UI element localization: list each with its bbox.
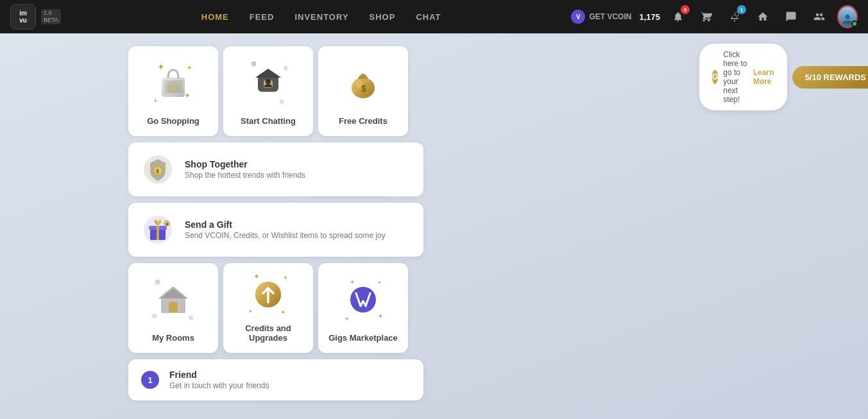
my-rooms-card[interactable]: ⚙ ⚙ ⚙ My Rooms — [128, 263, 218, 353]
svg-point-29 — [350, 287, 376, 312]
svg-point-0 — [845, 15, 849, 19]
send-gift-icon: ★ — [141, 213, 174, 246]
cart-btn[interactable] — [696, 6, 717, 27]
shop-together-title: Shop Together — [185, 159, 305, 169]
top-card-grid: ✦ ✦ ✦ ✦ — [128, 46, 423, 136]
nav-links: HOME FEED INVENTORY SHOP CHAT — [71, 12, 572, 22]
nav-feed[interactable]: FEED — [250, 12, 275, 22]
nav-home[interactable]: HOME — [201, 12, 229, 22]
send-gift-text: Send a Gift Send VCOIN, Credits, or Wish… — [185, 219, 386, 240]
friend-title: Friend — [169, 370, 269, 380]
nav-chat[interactable]: CHAT — [416, 12, 441, 22]
shop-together-text: Shop Together Shop the hottest trends wi… — [185, 159, 305, 180]
vcoin-balance: 1,175 — [639, 12, 660, 22]
credits-upgrades-label: Credits and Upgrades — [228, 323, 308, 343]
alerts-btn[interactable]: 1 — [724, 6, 745, 27]
send-gift-title: Send a Gift — [185, 219, 386, 230]
svg-point-4 — [167, 81, 180, 94]
go-shopping-icon: ✦ ✦ ✦ ✦ — [151, 60, 196, 105]
avatar-btn[interactable] — [837, 6, 858, 27]
start-chatting-label: Start Chatting — [241, 116, 296, 126]
free-credits-icon: $ — [341, 60, 386, 105]
bottom-card-grid: ⚙ ⚙ ⚙ My Rooms — [128, 263, 423, 353]
my-rooms-icon: ⚙ ⚙ ⚙ — [151, 277, 196, 322]
reward-learn-more[interactable]: Learn More — [753, 68, 774, 86]
friend-text: Friend Get in touch with your friends — [169, 370, 269, 390]
credits-upgrades-icon: ✦ ✦ ✦ ✦ — [246, 272, 291, 317]
left-panel: ✦ ✦ ✦ ✦ — [0, 33, 436, 419]
reward-g-icon: G — [712, 70, 718, 84]
friend-row[interactable]: 1 Friend Get in touch with your friends — [128, 359, 423, 400]
my-rooms-label: My Rooms — [152, 333, 194, 343]
navbar: imvu 2.0BETA HOME FEED INVENTORY SHOP CH… — [0, 0, 868, 33]
svg-point-26 — [171, 302, 176, 307]
svg-point-8 — [266, 79, 271, 84]
nav-shop[interactable]: SHOP — [370, 12, 396, 22]
shop-together-subtitle: Shop the hottest trends with friends — [185, 171, 305, 180]
alerts-badge: 1 — [737, 5, 746, 14]
start-chatting-card[interactable]: ⚙ ⚙ ⚙ — [223, 46, 313, 136]
svg-rect-20 — [157, 226, 159, 240]
svg-text:★: ★ — [165, 221, 169, 227]
svg-marker-6 — [255, 69, 281, 78]
reward-message: Click here to go to your next step! — [723, 50, 748, 104]
nav-inventory[interactable]: INVENTORY — [294, 12, 348, 22]
friend-number: 1 — [141, 371, 159, 389]
notifications-badge: 5 — [681, 5, 690, 14]
online-indicator — [851, 21, 858, 27]
logo[interactable]: imvu — [10, 4, 36, 30]
go-shopping-card[interactable]: ✦ ✦ ✦ ✦ — [128, 46, 218, 136]
svg-marker-24 — [160, 288, 186, 298]
free-credits-label: Free Credits — [339, 116, 387, 126]
vcoin-icon: V — [571, 10, 585, 24]
svg-text:$: $ — [156, 168, 159, 175]
nav-right: V GET VCOIN 1,175 5 1 — [571, 6, 858, 27]
people-icon-btn[interactable] — [809, 6, 830, 27]
chat-icon-btn[interactable] — [781, 6, 801, 27]
beta-badge: 2.0BETA — [41, 9, 61, 24]
send-gift-subtitle: Send VCOIN, Credits, or Wishlist items t… — [185, 231, 386, 240]
send-gift-row[interactable]: ★ Send a Gift Send VCOIN, Credits, or Wi… — [128, 203, 423, 257]
gigs-marketplace-card[interactable]: ✦ ✦ ✦ ✦ Gigs Marketplace — [318, 263, 408, 353]
rewards-button[interactable]: 5/10 REWARDS — [792, 66, 868, 89]
gigs-marketplace-label: Gigs Marketplace — [328, 333, 398, 343]
right-panel: G Click here to go to your next step! Le… — [436, 33, 868, 419]
free-credits-card[interactable]: $ Free Credits — [318, 46, 408, 136]
start-chatting-icon: ⚙ ⚙ ⚙ — [246, 60, 291, 105]
gigs-marketplace-icon: ✦ ✦ ✦ ✦ — [341, 277, 386, 322]
get-vcoin-btn[interactable]: V GET VCOIN — [571, 10, 631, 24]
go-shopping-label: Go Shopping — [147, 116, 200, 126]
friend-subtitle: Get in touch with your friends — [169, 381, 269, 390]
svg-text:$: $ — [361, 83, 366, 94]
notifications-btn[interactable]: 5 — [668, 6, 688, 27]
reward-text-box: G Click here to go to your next step! Le… — [699, 44, 787, 110]
get-vcoin-label: GET VCOIN — [589, 12, 631, 21]
main-content: ✦ ✦ ✦ ✦ — [0, 33, 868, 419]
home-icon-btn[interactable] — [753, 6, 773, 27]
shop-together-icon: $ — [141, 153, 174, 186]
shop-together-row[interactable]: $ Shop Together Shop the hottest trends … — [128, 142, 423, 196]
credits-upgrades-card[interactable]: ✦ ✦ ✦ ✦ — [223, 263, 313, 353]
